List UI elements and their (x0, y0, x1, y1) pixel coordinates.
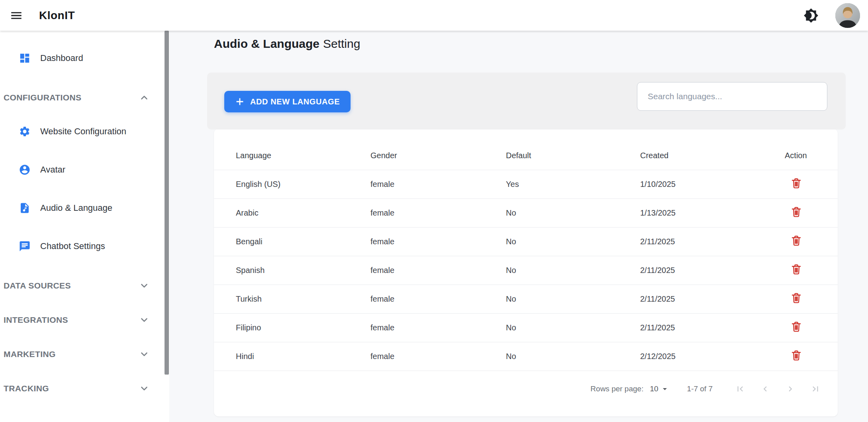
chevron-icon (139, 349, 149, 359)
sidebar-section-configurations[interactable]: CONFIGURATIONS (0, 88, 169, 108)
pagination-range: 1-7 of 7 (687, 385, 713, 393)
sidebar-item-label: Chatbot Settings (40, 241, 105, 251)
cell-created: 2/11/2025 (640, 237, 785, 246)
sidebar-nav: Dashboard CONFIGURATIONS Website Configu… (0, 31, 169, 398)
sidebar-item-audio-language[interactable]: Audio & Language (0, 196, 169, 220)
cell-gender: female (370, 266, 506, 275)
rows-per-page-select[interactable]: 10 (650, 384, 669, 394)
sidebar-item-label: Audio & Language (40, 203, 112, 213)
cell-action (785, 263, 816, 277)
table-row-hindi: Hindi female No 2/12/2025 (214, 342, 838, 371)
last-page-icon (810, 384, 821, 394)
table-row-arabic: Arabic female No 1/13/2025 (214, 198, 838, 227)
chevron-right-icon (785, 384, 796, 394)
sidebar-section-data-sources[interactable]: DATA SOURCES (0, 276, 169, 296)
chevron-icon (139, 281, 149, 291)
cell-action (785, 177, 816, 191)
search-languages-input[interactable] (637, 82, 827, 111)
cell-default: No (506, 237, 640, 246)
add-new-language-label: ADD NEW LANGUAGE (250, 97, 340, 106)
delete-language-button[interactable] (790, 263, 802, 275)
column-header-gender: Gender (370, 151, 506, 160)
sidebar-section-integrations[interactable]: INTEGRATIONS (0, 310, 169, 330)
column-header-default: Default (506, 151, 640, 160)
plus-icon (235, 97, 245, 106)
rows-per-page-label: Rows per page: (590, 385, 643, 393)
trash-icon (790, 206, 802, 218)
cell-default: No (506, 208, 640, 218)
sidebar-item-dashboard[interactable]: Dashboard (0, 47, 169, 70)
delete-language-button[interactable] (790, 292, 802, 304)
delete-language-button[interactable] (790, 321, 802, 333)
cell-default: No (506, 352, 640, 361)
cell-action (785, 235, 816, 249)
trash-icon (790, 235, 802, 247)
delete-language-button[interactable] (790, 177, 802, 189)
trash-icon (790, 177, 802, 189)
cell-action (785, 321, 816, 335)
chevron-left-icon (760, 384, 770, 394)
cell-language: Arabic (236, 208, 370, 218)
cell-gender: female (370, 294, 506, 304)
cell-language: Turkish (236, 294, 370, 304)
sidebar-item-website-configuration[interactable]: Website Configuration (0, 120, 169, 143)
sidebar-section-label: INTEGRATIONS (4, 315, 68, 325)
app-title: KlonIT (39, 9, 75, 22)
pagination-bar: Rows per page: 10 1-7 of 7 (214, 371, 838, 406)
user-avatar[interactable] (835, 3, 860, 28)
add-new-language-button[interactable]: ADD NEW LANGUAGE (224, 91, 351, 112)
sidebar-item-chatbot-settings[interactable]: Chatbot Settings (0, 235, 169, 258)
column-header-action: Action (785, 151, 816, 160)
cell-default: No (506, 266, 640, 275)
cell-language: English (US) (236, 180, 370, 189)
page-title-rest: Setting (323, 37, 360, 50)
delete-language-button[interactable] (790, 206, 802, 218)
sidebar-scrollbar-thumb[interactable] (165, 31, 169, 375)
table-row-spanish: Spanish female No 2/11/2025 (214, 256, 838, 285)
cell-created: 2/11/2025 (640, 294, 785, 304)
caret-down-icon (660, 384, 670, 394)
menu-button[interactable] (10, 9, 23, 22)
cell-gender: female (370, 237, 506, 246)
cell-created: 1/10/2025 (640, 180, 785, 189)
cell-language: Spanish (236, 266, 370, 275)
last-page-button[interactable] (810, 384, 821, 394)
delete-language-button[interactable] (790, 349, 802, 361)
page-title: Audio & LanguageSetting (214, 37, 360, 51)
rows-per-page-value: 10 (650, 385, 658, 393)
table-row-english-us: English (US) female Yes 1/10/2025 (214, 170, 838, 198)
column-header-created: Created (640, 151, 785, 160)
cell-gender: female (370, 352, 506, 361)
sidebar-section-marketing[interactable]: MARKETING (0, 344, 169, 364)
table-body: English (US) female Yes 1/10/2025 Arabic… (214, 170, 838, 371)
cell-gender: female (370, 323, 506, 332)
table-toolbar: ADD NEW LANGUAGE (207, 73, 846, 130)
sidebar-item-avatar[interactable]: Avatar (0, 158, 169, 181)
delete-language-button[interactable] (790, 235, 802, 247)
cell-language: Hindi (236, 352, 370, 361)
column-header-language: Language (236, 151, 370, 160)
first-page-button[interactable] (735, 384, 745, 394)
sidebar-section-label: TRACKING (4, 384, 49, 393)
trash-icon (790, 321, 802, 333)
avatar-photo (835, 3, 860, 28)
table-header-row: Language Gender Default Created Action (214, 141, 838, 170)
chevron-icon (139, 315, 149, 325)
table-row-turkish: Turkish female No 2/11/2025 (214, 285, 838, 313)
page-title-bold: Audio & Language (214, 37, 319, 50)
sidebar: Dashboard CONFIGURATIONS Website Configu… (0, 31, 169, 422)
next-page-button[interactable] (785, 384, 796, 394)
nav-icon (19, 240, 31, 252)
main-content: Audio & LanguageSetting Language Gender … (169, 31, 868, 422)
sidebar-scrollbar (164, 31, 169, 422)
nav-icon (19, 52, 31, 64)
cell-action (785, 292, 816, 306)
sidebar-item-label: Website Configuration (40, 126, 126, 137)
sidebar-item-label: Dashboard (40, 53, 83, 63)
first-page-icon (735, 384, 745, 394)
sidebar-section-tracking[interactable]: TRACKING (0, 379, 169, 398)
cell-created: 2/11/2025 (640, 323, 785, 332)
cell-action (785, 349, 816, 363)
dark-mode-toggle-button[interactable] (803, 8, 819, 23)
previous-page-button[interactable] (760, 384, 770, 394)
